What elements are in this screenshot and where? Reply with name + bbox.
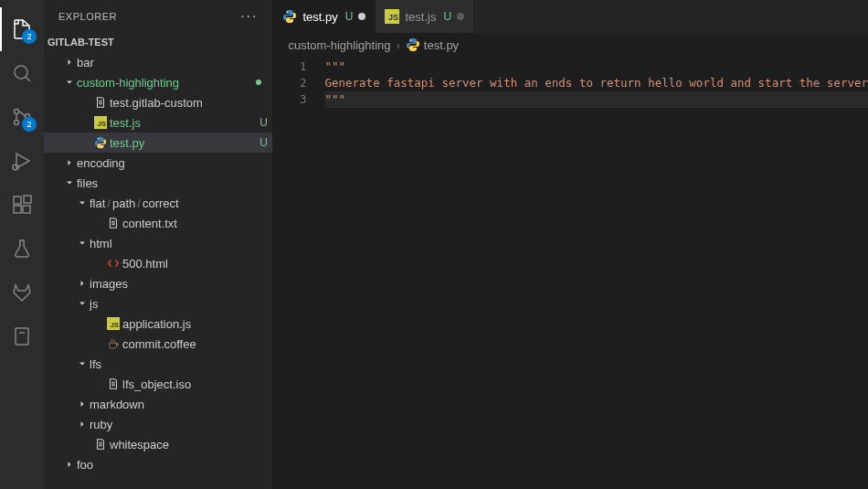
gitlab-activity[interactable] bbox=[0, 271, 44, 314]
code-line[interactable]: Generate fastapi server with an ends to … bbox=[324, 75, 868, 91]
sidebar-header: EXPLORER ··· bbox=[44, 0, 272, 32]
folder-item[interactable]: ruby bbox=[44, 414, 272, 434]
tab-bar: test.pyUJStest.jsU bbox=[273, 0, 868, 33]
folder-item[interactable]: foo bbox=[44, 454, 272, 474]
chevron-right-icon bbox=[62, 57, 77, 68]
folder-item[interactable]: js bbox=[44, 293, 272, 314]
svg-point-13 bbox=[102, 146, 103, 147]
scm-activity[interactable]: 2 bbox=[0, 95, 44, 139]
tab-git-status: U bbox=[345, 10, 354, 23]
txt-icon bbox=[91, 438, 110, 451]
extensions-activity[interactable] bbox=[0, 183, 44, 227]
file-item[interactable]: commit.coffee bbox=[44, 334, 272, 354]
line-number: 2 bbox=[273, 75, 306, 91]
line-number: 3 bbox=[273, 91, 306, 108]
dirty-indicator-icon bbox=[457, 13, 464, 20]
editor-tab[interactable]: JStest.jsU bbox=[376, 0, 474, 33]
svg-point-17 bbox=[291, 20, 292, 21]
testing-activity[interactable] bbox=[0, 227, 44, 271]
chevron-down-icon bbox=[62, 77, 77, 88]
svg-point-21 bbox=[415, 48, 416, 49]
gitlab-icon bbox=[11, 282, 33, 303]
file-item[interactable]: JStest.jsU bbox=[44, 112, 272, 133]
tree-item-label: html bbox=[90, 237, 272, 250]
tree-item-label: images bbox=[90, 277, 272, 291]
chevron-down-icon bbox=[75, 238, 90, 249]
breadcrumb-folder: custom-highlighting bbox=[288, 38, 390, 52]
svg-text:JS: JS bbox=[111, 321, 120, 329]
tree-item-label: lfs_object.iso bbox=[122, 377, 272, 391]
file-item[interactable]: lfs_object.iso bbox=[44, 374, 272, 394]
tree-item-label: encoding bbox=[77, 156, 272, 170]
svg-rect-8 bbox=[24, 196, 31, 203]
tree-item-label: application.js bbox=[122, 317, 272, 331]
tree-item-label: files bbox=[77, 176, 272, 190]
folder-item[interactable]: flat/path/correct bbox=[44, 193, 272, 213]
py-icon bbox=[282, 9, 297, 24]
root-label: GITLAB-TEST bbox=[48, 37, 114, 48]
tree-item-label: lfs bbox=[90, 357, 272, 371]
chevron-down-icon bbox=[75, 358, 90, 369]
line-numbers: 123 bbox=[273, 57, 324, 489]
tree-item-label: custom-highlighting bbox=[77, 76, 272, 90]
code-line[interactable]: """ bbox=[324, 91, 868, 108]
file-item[interactable]: whitespace bbox=[44, 434, 272, 454]
file-item[interactable]: JSapplication.js bbox=[44, 314, 272, 334]
activity-bar: 2 2 bbox=[0, 0, 44, 489]
folder-item[interactable]: encoding bbox=[44, 153, 272, 173]
chevron-down-icon bbox=[75, 298, 90, 309]
js-icon: JS bbox=[385, 9, 399, 24]
folder-item[interactable]: custom-highlighting bbox=[44, 72, 272, 92]
tree-root[interactable]: GITLAB-TEST bbox=[44, 32, 272, 52]
git-status: U bbox=[254, 116, 272, 129]
explorer-activity[interactable]: 2 bbox=[0, 7, 44, 51]
svg-point-2 bbox=[15, 121, 19, 125]
file-item[interactable]: test.gitlab-custom bbox=[44, 92, 272, 112]
tree-item-label: whitespace bbox=[110, 438, 272, 452]
js-icon: JS bbox=[104, 317, 122, 330]
folder-item[interactable]: bar bbox=[44, 52, 272, 72]
tab-git-status: U bbox=[443, 10, 451, 23]
tree-item-label: flat/path/correct bbox=[90, 197, 272, 210]
editor-tab[interactable]: test.pyU bbox=[273, 0, 376, 33]
js-icon: JS bbox=[91, 116, 110, 129]
file-icon bbox=[11, 325, 33, 347]
python-icon bbox=[406, 37, 420, 52]
folder-item[interactable]: files bbox=[44, 173, 272, 193]
chevron-down-icon bbox=[75, 197, 90, 208]
folder-item[interactable]: html bbox=[44, 233, 272, 253]
git-status: U bbox=[254, 136, 272, 149]
dirty-indicator-icon bbox=[358, 13, 365, 20]
search-activity[interactable] bbox=[0, 51, 44, 95]
tree-item-label: commit.coffee bbox=[122, 337, 272, 351]
txt-icon bbox=[91, 96, 110, 109]
file-item[interactable]: test.pyU bbox=[44, 133, 272, 153]
txt-icon bbox=[104, 377, 122, 390]
folder-item[interactable]: images bbox=[44, 273, 272, 293]
folder-item[interactable]: lfs bbox=[44, 354, 272, 374]
txt-icon bbox=[104, 217, 122, 229]
folder-item[interactable]: markdown bbox=[44, 394, 272, 414]
tree-item-label: test.py bbox=[110, 136, 254, 150]
svg-rect-7 bbox=[23, 206, 30, 213]
sidebar-more-button[interactable]: ··· bbox=[240, 8, 258, 25]
breadcrumbs[interactable]: custom-highlighting › test.py bbox=[273, 33, 868, 57]
line-number: 1 bbox=[273, 58, 306, 75]
explorer-view-activity[interactable] bbox=[0, 314, 44, 358]
editor[interactable]: 123 """Generate fastapi server with an e… bbox=[273, 57, 868, 489]
chevron-right-icon bbox=[75, 278, 90, 289]
tree-item-label: foo bbox=[77, 458, 272, 472]
code-line[interactable]: """ bbox=[324, 58, 868, 75]
file-item[interactable]: content.txt bbox=[44, 213, 272, 233]
file-item[interactable]: 500.html bbox=[44, 253, 272, 273]
tree-item-label: bar bbox=[77, 56, 272, 69]
editor-group: test.pyUJStest.jsU custom-highlighting ›… bbox=[273, 0, 868, 489]
chevron-right-icon bbox=[62, 459, 77, 470]
tab-label: test.js bbox=[405, 10, 436, 24]
svg-text:JS: JS bbox=[98, 120, 107, 128]
breadcrumb-file: test.py bbox=[424, 38, 459, 52]
chevron-down-icon bbox=[62, 177, 77, 188]
code-area[interactable]: """Generate fastapi server with an ends … bbox=[324, 57, 868, 489]
debug-activity[interactable] bbox=[0, 139, 44, 183]
svg-text:JS: JS bbox=[388, 13, 398, 22]
